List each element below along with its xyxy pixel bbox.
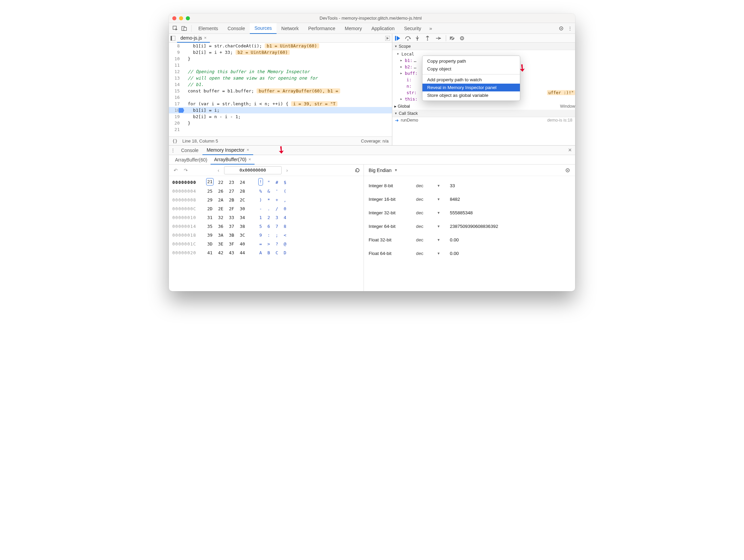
hex-ascii[interactable]: +	[275, 196, 279, 204]
hex-byte[interactable]: 34	[239, 213, 246, 222]
code-line[interactable]: 20 }	[169, 120, 392, 126]
code-line[interactable]: 17 for (var i = str.length; i < n; ++i) …	[169, 101, 392, 107]
kebab-menu-icon[interactable]: ⋮	[566, 25, 574, 32]
code-line[interactable]: 11	[169, 62, 392, 68]
code-line[interactable]: 21	[169, 126, 392, 133]
hex-ascii[interactable]: @	[283, 240, 287, 249]
hex-byte[interactable]: 2D	[206, 204, 214, 213]
hex-byte[interactable]: 38	[239, 222, 246, 231]
context-menu-item[interactable]: Copy property path	[422, 57, 520, 65]
code-line[interactable]: 18 b1[i] = i;	[169, 107, 392, 113]
value-mode-select[interactable]: dec▼	[416, 251, 450, 256]
hex-row[interactable]: 0000002041424344ABCD	[172, 249, 360, 257]
hex-byte[interactable]: 3C	[239, 231, 246, 240]
hex-ascii[interactable]: $	[283, 178, 287, 187]
code-line[interactable]: 15 const buffer = b1.buffer;buffer = Arr…	[169, 88, 392, 94]
memory-buffer-tab[interactable]: ArrayBuffer(70)×	[211, 155, 254, 165]
hex-ascii[interactable]: ;	[275, 231, 279, 240]
hex-ascii[interactable]: &	[266, 187, 271, 196]
line-number[interactable]: 11	[169, 62, 182, 68]
hex-byte[interactable]: 3E	[217, 240, 224, 249]
value-mode-select[interactable]: dec▼	[416, 210, 450, 215]
hex-byte[interactable]: 2C	[239, 196, 246, 204]
hex-ascii[interactable]: #	[275, 178, 279, 187]
code-line[interactable]: 9 b2[i] = i + 33;b2 = Uint8Array(60)	[169, 49, 392, 56]
hex-byte[interactable]: 3F	[228, 240, 235, 249]
tab-performance[interactable]: Performance	[303, 23, 340, 34]
tab-security[interactable]: Security	[399, 23, 426, 34]
hex-ascii[interactable]: *	[266, 196, 271, 204]
hex-byte[interactable]: 21	[206, 178, 214, 186]
hex-ascii[interactable]: '	[275, 187, 279, 196]
hex-byte[interactable]: 3B	[228, 231, 235, 240]
hex-byte[interactable]: 2E	[217, 204, 224, 213]
line-number[interactable]: 21	[169, 126, 182, 133]
tabs-overflow-button[interactable]: »	[426, 25, 435, 31]
pretty-print-icon[interactable]: {}	[172, 138, 178, 144]
line-number[interactable]: 8	[169, 43, 182, 49]
scope-global[interactable]: ▶ Global Window	[392, 103, 575, 110]
hex-byte[interactable]: 25	[206, 187, 214, 196]
hex-byte[interactable]: 36	[217, 222, 224, 231]
callstack-section-header[interactable]: ▼ Call Stack	[392, 110, 575, 117]
step-over-icon[interactable]	[405, 36, 412, 41]
close-icon[interactable]: ×	[246, 147, 249, 152]
tab-elements[interactable]: Elements	[194, 23, 223, 34]
step-icon[interactable]	[436, 36, 442, 40]
hex-byte[interactable]: 3A	[217, 231, 224, 240]
snippets-run-icon[interactable]	[385, 36, 390, 41]
hex-ascii[interactable]: 2	[266, 213, 271, 222]
tab-network[interactable]: Network	[277, 23, 303, 34]
hex-byte[interactable]: 44	[239, 249, 246, 257]
hex-row[interactable]: 00000008292A2B2C)*+,	[172, 196, 360, 204]
hex-byte[interactable]: 41	[206, 249, 214, 257]
hex-byte[interactable]: 37	[228, 222, 235, 231]
hex-row[interactable]: 0000000021222324!"#$	[172, 178, 360, 187]
endianness-select[interactable]: Big Endian ▼	[369, 168, 398, 173]
code-editor[interactable]: 8 b1[i] = str.charCodeAt(i);b1 = Uint8Ar…	[169, 43, 392, 136]
line-number[interactable]: 15	[169, 88, 182, 94]
redo-icon[interactable]: ↷	[182, 168, 189, 173]
close-drawer-icon[interactable]: ×	[565, 147, 575, 154]
hex-byte[interactable]: 22	[217, 178, 224, 187]
hex-byte[interactable]: 32	[217, 213, 224, 222]
hex-byte[interactable]: 2F	[228, 204, 235, 213]
hex-byte[interactable]: 42	[217, 249, 224, 257]
hex-byte[interactable]: 29	[206, 196, 214, 204]
line-number[interactable]: 13	[169, 75, 182, 81]
value-mode-select[interactable]: dec▼	[416, 224, 450, 229]
code-line[interactable]: 16	[169, 94, 392, 101]
hex-ascii[interactable]: -	[258, 204, 263, 213]
hex-ascii[interactable]: >	[266, 240, 271, 249]
step-into-icon[interactable]	[415, 36, 422, 41]
value-mode-select[interactable]: dec▼	[416, 183, 450, 188]
hex-row[interactable]: 00000010313233341234	[172, 213, 360, 222]
hex-ascii[interactable]: !	[258, 178, 263, 186]
code-line[interactable]: 19 b2[i] = n - i - 1;	[169, 113, 392, 120]
hex-byte[interactable]: 39	[206, 231, 214, 240]
minimize-window-button[interactable]	[179, 16, 183, 20]
deactivate-breakpoints-icon[interactable]	[450, 36, 456, 41]
hex-ascii[interactable]: 4	[283, 213, 287, 222]
hex-ascii[interactable]: (	[283, 187, 287, 196]
code-line[interactable]: 8 b1[i] = str.charCodeAt(i);b1 = Uint8Ar…	[169, 43, 392, 49]
next-page-icon[interactable]: ›	[285, 168, 289, 173]
hex-ascii[interactable]: =	[258, 240, 263, 249]
inspect-element-icon[interactable]	[172, 25, 179, 32]
tab-console[interactable]: Console	[223, 23, 249, 34]
hex-ascii[interactable]: <	[283, 231, 287, 240]
hex-byte[interactable]: 33	[228, 213, 235, 222]
close-window-button[interactable]	[172, 16, 176, 20]
hex-ascii[interactable]: B	[266, 249, 271, 257]
line-number[interactable]: 20	[169, 120, 182, 126]
hex-ascii[interactable]: C	[275, 249, 279, 257]
hex-ascii[interactable]: )	[258, 196, 263, 204]
hex-ascii[interactable]: /	[275, 204, 279, 213]
drawer-tab-memory-inspector[interactable]: Memory Inspector×	[202, 146, 253, 155]
undo-icon[interactable]: ↶	[172, 168, 179, 173]
hex-ascii[interactable]: 9	[258, 231, 263, 240]
hex-byte[interactable]: 30	[239, 204, 246, 213]
hex-ascii[interactable]: ?	[275, 240, 279, 249]
hex-ascii[interactable]: ,	[283, 196, 287, 204]
settings-icon[interactable]	[557, 25, 565, 32]
